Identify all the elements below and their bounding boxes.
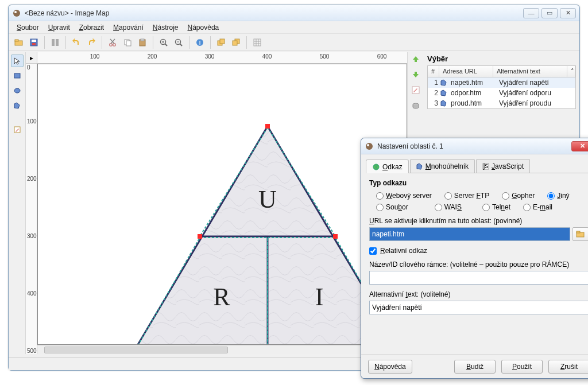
to-back-icon[interactable]: [229, 36, 243, 49]
dialog-title-bar[interactable]: Nastavení oblasti č. 1 ✕: [361, 138, 588, 154]
menu-soubor[interactable]: Soubor: [13, 22, 42, 33]
tab-odkaz[interactable]: Odkaz: [366, 160, 409, 173]
svg-rect-3: [15, 40, 18, 41]
undo-icon[interactable]: [69, 36, 83, 49]
polygon-icon: [440, 100, 448, 107]
maximize-button[interactable]: ▭: [541, 8, 558, 18]
zoom-in-icon[interactable]: [157, 36, 171, 49]
svg-rect-16: [141, 39, 144, 41]
save-icon[interactable]: [27, 36, 41, 49]
tab-javascript[interactable]: js JavaScript: [476, 159, 530, 173]
radio-telnet[interactable]: Telnet: [482, 203, 510, 211]
browse-button[interactable]: [572, 227, 588, 241]
app-icon: [365, 142, 374, 151]
menu-nastroje[interactable]: Nástroje: [149, 22, 182, 33]
to-front-icon[interactable]: [214, 36, 228, 49]
redo-icon[interactable]: [84, 36, 98, 49]
radio-email[interactable]: E-mail: [523, 203, 552, 211]
handle-left[interactable]: [198, 234, 202, 239]
window-title: <Beze názvu> - Image Map: [25, 9, 523, 17]
open-icon[interactable]: [12, 36, 26, 49]
svg-rect-14: [126, 41, 131, 46]
svg-text:i: i: [199, 38, 201, 46]
polygon-icon: [440, 90, 448, 96]
svg-rect-29: [233, 41, 237, 45]
menu-zobrazit[interactable]: Zobrazit: [76, 22, 107, 33]
toolbar: i: [9, 34, 579, 51]
svg-line-12: [110, 39, 114, 44]
list-item[interactable]: 2 odpor.htm Vyjádření odporu: [428, 88, 575, 98]
handle-right[interactable]: [333, 234, 338, 239]
svg-line-11: [111, 39, 115, 44]
svg-point-0: [13, 10, 20, 17]
cut-icon[interactable]: [106, 36, 119, 49]
svg-rect-53: [577, 231, 580, 233]
minimize-button[interactable]: —: [523, 8, 539, 18]
svg-point-1: [14, 11, 17, 13]
frame-input[interactable]: [369, 271, 588, 285]
url-input[interactable]: [369, 227, 570, 241]
scrollbar-horizontal[interactable]: [37, 345, 407, 354]
menu-mapovani[interactable]: Mapování: [110, 22, 147, 33]
svg-line-18: [165, 44, 167, 46]
svg-point-47: [366, 143, 373, 150]
area-settings-dialog: Nastavení oblasti č. 1 ✕ Odkaz Mnohoúhel…: [361, 138, 588, 379]
pointer-tool[interactable]: [11, 55, 24, 67]
paste-icon[interactable]: [136, 36, 149, 49]
circle-tool[interactable]: [11, 84, 24, 97]
letter-i: I: [315, 283, 324, 311]
left-toolbox: [9, 52, 26, 354]
relative-checkbox[interactable]: Relativní odkaz: [369, 247, 588, 255]
radio-web[interactable]: Webový server: [376, 192, 432, 200]
edit-tool[interactable]: [11, 123, 24, 136]
app-icon: [12, 9, 21, 18]
polygon-icon: [440, 79, 448, 86]
help-button[interactable]: Nápověda: [368, 360, 412, 374]
grid-icon[interactable]: [250, 36, 264, 49]
title-bar[interactable]: <Beze názvu> - Image Map — ▭ ✕: [9, 5, 579, 21]
radio-gopher[interactable]: Gopher: [502, 192, 535, 200]
svg-point-36: [14, 88, 20, 93]
list-item[interactable]: 1 napeti.htm Vyjádření napětí: [428, 77, 575, 88]
tab-body-odkaz: Typ odkazu Webový server Server FTP Goph…: [361, 173, 588, 320]
arrow-down-icon[interactable]: [411, 70, 420, 81]
preferences-icon[interactable]: [48, 36, 62, 49]
svg-point-48: [367, 144, 369, 146]
polygon-tool[interactable]: [11, 99, 24, 112]
menu-upravit[interactable]: Upravit: [45, 22, 74, 33]
url-label: URL se aktivuje kliknutím na tuto oblast…: [369, 217, 588, 225]
ruler-corner[interactable]: ▸: [26, 52, 37, 64]
arrow-up-icon[interactable]: [411, 55, 420, 65]
copy-icon[interactable]: [121, 36, 134, 49]
svg-point-9: [110, 43, 113, 46]
rectangle-tool[interactable]: [11, 69, 24, 82]
ok-button[interactable]: Budiž: [454, 360, 496, 374]
alt-label: Alternativní text: (volitelné): [369, 290, 588, 298]
letter-u: U: [258, 185, 277, 213]
alt-input[interactable]: [369, 301, 588, 314]
list-item[interactable]: 3 proud.htm Vyjádření proudu: [428, 98, 575, 108]
svg-rect-35: [14, 73, 20, 78]
ruler-horizontal: 100 200 300 400 500 600: [37, 52, 407, 64]
close-button[interactable]: ✕: [560, 8, 576, 18]
radio-soubor[interactable]: Soubor: [376, 203, 408, 211]
canvas-zone: ▸ 100 200 300 400 500 600 0 100 200 300 …: [26, 52, 407, 354]
canvas[interactable]: U R I: [37, 64, 407, 345]
area-list: 1 napeti.htm Vyjádření napětí 2 odpor.ht…: [427, 77, 576, 109]
info-icon[interactable]: i: [193, 36, 207, 49]
radio-wais[interactable]: WAIS: [435, 203, 462, 211]
tab-mnohouhelnik[interactable]: Mnohoúhelník: [410, 159, 475, 173]
handle-top[interactable]: [265, 124, 270, 129]
delete-icon[interactable]: [411, 101, 420, 112]
dialog-close-button[interactable]: ✕: [571, 141, 588, 151]
cancel-button[interactable]: Zrušit: [548, 360, 588, 374]
radio-jiny[interactable]: Jiný: [547, 192, 569, 200]
ruler-vertical: 0 100 200 300 400 500: [26, 64, 37, 354]
apply-button[interactable]: Použít: [501, 360, 543, 374]
menu-napoveda[interactable]: Nápověda: [184, 22, 223, 33]
radio-ftp[interactable]: Server FTP: [444, 192, 489, 200]
edit-area-icon[interactable]: [411, 85, 420, 96]
svg-rect-6: [32, 43, 36, 45]
svg-rect-5: [32, 40, 36, 42]
zoom-out-icon[interactable]: [172, 36, 185, 49]
